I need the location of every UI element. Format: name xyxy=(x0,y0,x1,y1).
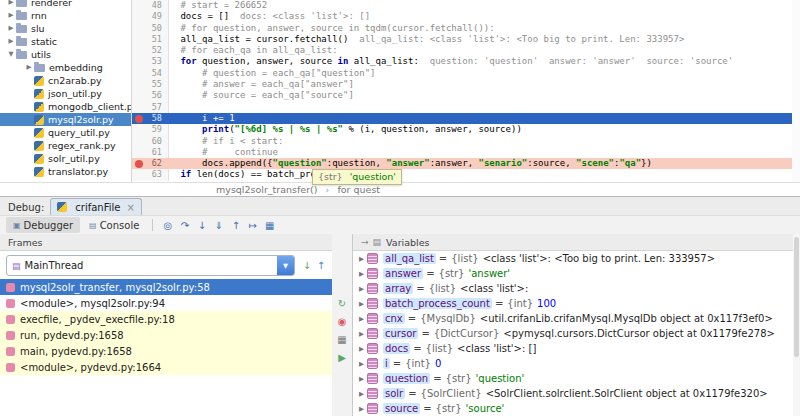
tree-item-slu[interactable]: ▶slu xyxy=(0,22,131,35)
chevron-right-icon[interactable]: ▶ xyxy=(6,0,16,9)
line-number[interactable]: 51 xyxy=(132,34,169,45)
step-out-icon[interactable]: ↑ xyxy=(227,220,244,231)
tree-item-translator-py[interactable]: translator.py xyxy=(0,165,131,178)
tree-item-static[interactable]: ▶static xyxy=(0,35,131,48)
chevron-right-icon[interactable]: ▶ xyxy=(6,9,16,22)
code-line-63[interactable]: 63 if len(docs) == batch_process_count: xyxy=(132,169,800,180)
code-line-54[interactable]: 54 # question = each_qa["question"] xyxy=(132,68,800,79)
code-line-52[interactable]: 52 # for each_qa in all_qa_list: xyxy=(132,45,800,56)
rerun-icon[interactable]: ↻ xyxy=(334,296,350,312)
view-breakpoints-icon[interactable]: ◉ xyxy=(334,314,350,330)
chevron-right-icon[interactable]: ▶ xyxy=(6,22,16,35)
resume-icon[interactable]: ▶ xyxy=(334,350,350,366)
variable-row[interactable]: ▶batch_process_count={int}100 xyxy=(353,296,800,311)
editor-scrollbar[interactable] xyxy=(792,0,800,182)
expand-arrow-icon[interactable]: ▶ xyxy=(356,405,367,413)
tree-item-solr-util-py[interactable]: solr_util.py xyxy=(0,152,131,165)
variables-scrollbar[interactable] xyxy=(793,234,800,416)
breakpoint-icon[interactable] xyxy=(135,160,143,168)
previous-frame-icon[interactable]: ↑ xyxy=(314,260,328,271)
expand-arrow-icon[interactable]: ▶ xyxy=(356,345,367,353)
next-frame-icon[interactable]: ↓ xyxy=(300,260,314,271)
variable-row[interactable]: ▶cnx={MysqlDb}<util.crifanLib.crifanMysq… xyxy=(353,311,800,326)
expand-arrow-icon[interactable]: ▶ xyxy=(356,330,367,338)
chevron-down-icon[interactable]: ▼ xyxy=(6,48,16,61)
line-number[interactable]: 52 xyxy=(132,45,169,56)
frame-row[interactable]: <module>, mysql2solr.py:94 xyxy=(0,295,332,311)
chevron-right-icon[interactable]: ▶ xyxy=(24,61,34,74)
line-number[interactable]: 56 xyxy=(132,90,169,101)
tree-item-query-util-py[interactable]: query_util.py xyxy=(0,126,131,139)
variable-row[interactable]: ▶answer={str}'answer' xyxy=(353,266,800,281)
line-number[interactable]: 61 xyxy=(132,147,169,158)
step-into-icon[interactable]: ↓ xyxy=(193,220,210,231)
frame-row[interactable]: <module>, pydevd.py:1664 xyxy=(0,359,332,375)
expand-arrow-icon[interactable]: ▶ xyxy=(356,255,367,263)
expand-arrow-icon[interactable]: ▶ xyxy=(356,270,367,278)
line-number[interactable]: 58 xyxy=(132,113,169,124)
code-line-61[interactable]: 61 # continue xyxy=(132,147,800,158)
tab-console[interactable]: ▤Console xyxy=(82,217,146,233)
tree-item-mysql2solr-py[interactable]: mysql2solr.py xyxy=(0,113,131,126)
code-line-57[interactable]: 57 xyxy=(132,102,800,113)
tree-item-mongodb-client-py[interactable]: mongodb_client.py xyxy=(0,100,131,113)
variable-row[interactable]: ▶solr={SolrClient}<SolrClient.solrclient… xyxy=(353,386,800,401)
breadcrumb-function[interactable]: mysql2solr_transfer() xyxy=(216,184,318,195)
expand-arrow-icon[interactable]: ▶ xyxy=(356,390,367,398)
restore-layout-icon[interactable]: ▦ xyxy=(334,332,350,348)
run-to-cursor-icon[interactable]: ↦ xyxy=(244,220,261,231)
arrow-icon[interactable]: → xyxy=(361,237,369,247)
line-number[interactable]: 49 xyxy=(132,11,169,22)
tab-debugger[interactable]: ▣Debugger xyxy=(6,217,80,233)
tree-item-cn2arab-py[interactable]: cn2arab.py xyxy=(0,74,131,87)
session-tab-crifanfile[interactable]: crifanFile × xyxy=(50,198,142,215)
expand-arrow-icon[interactable]: ▶ xyxy=(356,375,367,383)
tree-item-regex-rank-py[interactable]: regex_rank.py xyxy=(0,139,131,152)
code-line-53[interactable]: 53 for question, answer, source in all_q… xyxy=(132,56,800,67)
breakpoint-icon[interactable] xyxy=(135,115,143,123)
breadcrumb-context[interactable]: for quest xyxy=(337,184,380,195)
chevron-right-icon[interactable]: ▶ xyxy=(6,35,16,48)
line-number[interactable]: 50 xyxy=(132,23,169,34)
code-editor[interactable]: 48 # start = 26665249 docs = [] docs: <c… xyxy=(132,0,800,182)
expand-arrow-icon[interactable]: ▶ xyxy=(356,360,367,368)
step-into-my-code-icon[interactable]: ⇓ xyxy=(210,220,227,231)
code-line-56[interactable]: 56 # source = each_qa["source"] xyxy=(132,90,800,101)
line-number[interactable]: 54 xyxy=(132,68,169,79)
line-number[interactable]: 55 xyxy=(132,79,169,90)
variable-row[interactable]: ▶docs={list}<class 'list'>: [] xyxy=(353,341,800,356)
expand-arrow-icon[interactable]: ▶ xyxy=(356,315,367,323)
close-icon[interactable]: × xyxy=(126,202,134,213)
tree-item-json-util-py[interactable]: json_util.py xyxy=(0,87,131,100)
line-number[interactable]: 53 xyxy=(132,56,169,67)
frame-row[interactable]: mysql2solr_transfer, mysql2solr.py:58 xyxy=(0,279,332,295)
line-number[interactable]: 59 xyxy=(132,124,169,135)
variable-row[interactable]: ▶i={int}0 xyxy=(353,356,800,371)
variable-row[interactable]: ▶source={str}'source' xyxy=(353,401,800,416)
variable-row[interactable]: ▶cursor={DictCursor}<pymysql.cursors.Dic… xyxy=(353,326,800,341)
variable-row[interactable]: ▶question={str}'question' xyxy=(353,371,800,386)
line-number[interactable]: 60 xyxy=(132,136,169,147)
tree-item-utils[interactable]: ▼utils xyxy=(0,48,131,61)
expand-arrow-icon[interactable]: ▶ xyxy=(356,300,367,308)
tree-item-rnn[interactable]: ▶rnn xyxy=(0,9,131,22)
code-line-58[interactable]: 58 i += 1 xyxy=(132,113,800,124)
code-line-49[interactable]: 49 docs = [] docs: <class 'list'>: [] xyxy=(132,11,800,22)
code-line-55[interactable]: 55 # answer = each_qa["answer"] xyxy=(132,79,800,90)
code-line-48[interactable]: 48 # start = 266652 xyxy=(132,0,800,11)
code-line-62[interactable]: 62 docs.append({"question":question, "an… xyxy=(132,158,800,169)
tree-item-renderer[interactable]: ▶renderer xyxy=(0,0,131,9)
code-line-60[interactable]: 60 # if i < start: xyxy=(132,136,800,147)
expand-arrow-icon[interactable]: ▶ xyxy=(356,285,367,293)
line-number[interactable]: 57 xyxy=(132,102,169,113)
code-line-51[interactable]: 51 all_qa_list = cursor.fetchall() all_q… xyxy=(132,34,800,45)
frame-row[interactable]: main, pydevd.py:1658 xyxy=(0,343,332,359)
step-over-icon[interactable]: ↷ xyxy=(176,220,193,231)
line-number[interactable]: 63 xyxy=(132,169,169,180)
frame-row[interactable]: execfile, _pydev_execfile.py:18 xyxy=(0,311,332,327)
variable-row[interactable]: ▶all_qa_list={list}<class 'list'>: <Too … xyxy=(353,251,800,266)
chevron-down-icon[interactable]: ▼ xyxy=(277,256,294,275)
evaluate-expression-icon[interactable]: ▦ xyxy=(261,220,278,231)
thread-dropdown[interactable]: ▤ MainThread ▼ xyxy=(6,255,295,276)
variable-row[interactable]: ▶array={list}<class 'list'>: xyxy=(353,281,800,296)
